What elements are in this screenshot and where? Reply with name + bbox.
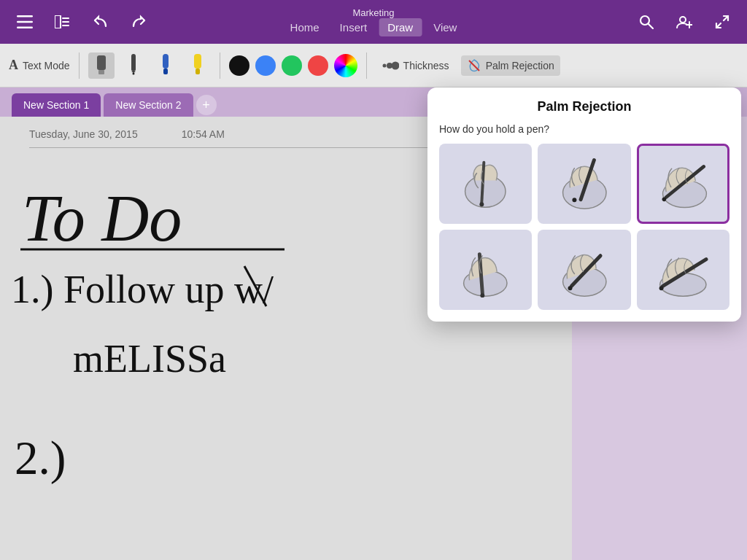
divider-2 bbox=[220, 52, 220, 79]
svg-rect-22 bbox=[196, 69, 200, 74]
svg-text:2.): 2.) bbox=[15, 432, 66, 484]
pen-grip-2[interactable] bbox=[538, 144, 630, 224]
svg-rect-16 bbox=[131, 54, 136, 71]
pen-grip-4[interactable] bbox=[439, 230, 532, 310]
redo-button[interactable] bbox=[125, 9, 152, 35]
menu-button[interactable] bbox=[12, 9, 38, 35]
pen-grip-6[interactable] bbox=[637, 230, 729, 310]
svg-rect-20 bbox=[163, 69, 168, 74]
nav-tabs: Home Insert Draw View bbox=[282, 18, 466, 36]
svg-point-38 bbox=[572, 198, 576, 202]
svg-point-9 bbox=[680, 17, 686, 23]
svg-rect-15 bbox=[98, 70, 104, 74]
note-date: Tuesday, June 30, 2015 bbox=[29, 128, 138, 140]
pen-ballpoint-swatch[interactable] bbox=[120, 52, 147, 79]
pen-grip-5[interactable] bbox=[538, 230, 630, 310]
pen-grip-3[interactable] bbox=[637, 144, 729, 224]
text-mode-icon: A bbox=[9, 58, 18, 73]
section-tab-1[interactable]: New Section 1 bbox=[12, 93, 101, 117]
tab-view[interactable]: View bbox=[425, 18, 465, 36]
nav-right-controls bbox=[633, 9, 735, 35]
svg-rect-6 bbox=[62, 25, 69, 26]
svg-point-41 bbox=[662, 198, 666, 202]
app-name: Marketing bbox=[352, 7, 394, 18]
color-blue[interactable] bbox=[255, 55, 276, 76]
svg-point-44 bbox=[481, 293, 485, 298]
tab-draw[interactable]: Draw bbox=[379, 18, 422, 36]
color-wheel[interactable] bbox=[334, 54, 357, 77]
search-button[interactable] bbox=[633, 9, 659, 35]
svg-point-47 bbox=[568, 286, 572, 290]
svg-rect-3 bbox=[55, 15, 61, 28]
popup-question: How do you hold a pen? bbox=[439, 123, 729, 135]
svg-point-50 bbox=[659, 286, 664, 290]
palm-rejection-label: Palm Rejection bbox=[486, 60, 554, 71]
pen-highlighter-swatch[interactable] bbox=[185, 52, 211, 79]
expand-button[interactable] bbox=[709, 9, 735, 35]
add-section-button[interactable]: + bbox=[196, 95, 217, 115]
pen-grip-1[interactable] bbox=[439, 144, 532, 224]
svg-point-25 bbox=[391, 61, 399, 69]
svg-text:mELISSa: mELISSa bbox=[73, 337, 226, 381]
note-time: 10:54 AM bbox=[182, 128, 225, 140]
tab-insert[interactable]: Insert bbox=[331, 18, 376, 36]
svg-point-7 bbox=[640, 16, 649, 25]
top-navigation: Marketing Home Insert Draw View bbox=[0, 0, 747, 44]
pen-grip-grid bbox=[439, 144, 729, 310]
nav-left-controls bbox=[12, 9, 152, 35]
svg-rect-21 bbox=[194, 54, 201, 69]
text-mode-control[interactable]: A Text Mode bbox=[9, 58, 70, 73]
color-black[interactable] bbox=[229, 55, 249, 76]
svg-rect-2 bbox=[17, 27, 33, 29]
svg-point-23 bbox=[382, 63, 386, 67]
pen-marker-swatch[interactable] bbox=[152, 52, 179, 79]
pen-eraser-swatch[interactable] bbox=[88, 52, 115, 79]
popup-title: Palm Rejection bbox=[439, 99, 729, 114]
divider-3 bbox=[366, 52, 367, 79]
svg-point-18 bbox=[132, 72, 134, 74]
svg-line-8 bbox=[649, 24, 653, 28]
thickness-label: Thickness bbox=[403, 60, 449, 71]
svg-rect-19 bbox=[163, 54, 169, 69]
svg-point-35 bbox=[480, 202, 484, 206]
svg-rect-5 bbox=[62, 21, 69, 23]
nav-center: Marketing Home Insert Draw View bbox=[282, 7, 466, 36]
svg-rect-0 bbox=[17, 15, 33, 18]
add-user-button[interactable] bbox=[671, 9, 697, 35]
palm-rejection-button[interactable]: Palm Rejection bbox=[461, 55, 560, 76]
thickness-button[interactable]: Thickness bbox=[376, 57, 455, 74]
tab-home[interactable]: Home bbox=[282, 18, 328, 36]
color-red[interactable] bbox=[308, 55, 328, 76]
svg-rect-4 bbox=[62, 18, 69, 19]
palm-rejection-popup: Palm Rejection How do you hold a pen? bbox=[427, 88, 741, 322]
sidebar-toggle-button[interactable] bbox=[50, 9, 76, 35]
svg-text:To Do: To Do bbox=[22, 182, 182, 254]
svg-text:1.) Follow up w/: 1.) Follow up w/ bbox=[11, 268, 274, 311]
divider-1 bbox=[79, 52, 80, 79]
text-mode-label: Text Mode bbox=[23, 60, 70, 71]
draw-toolbar: A Text Mode bbox=[0, 44, 747, 88]
note-header: Tuesday, June 30, 2015 10:54 AM bbox=[29, 128, 225, 140]
undo-button[interactable] bbox=[88, 9, 114, 35]
svg-rect-14 bbox=[97, 55, 106, 70]
svg-rect-1 bbox=[17, 21, 33, 23]
section-tab-2[interactable]: New Section 2 bbox=[104, 93, 193, 117]
color-green[interactable] bbox=[282, 55, 302, 76]
